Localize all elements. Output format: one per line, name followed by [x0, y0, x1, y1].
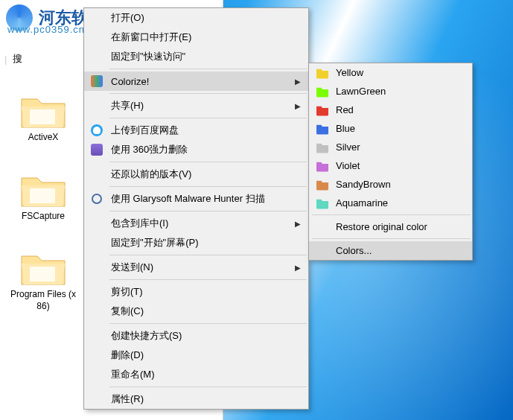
site-url: www.pc0359.cn	[7, 24, 85, 35]
folder-item[interactable]: Program Files (x86)	[7, 245, 79, 316]
folder-label: ActiveX	[28, 132, 59, 144]
folder-item[interactable]: FSCapture	[7, 167, 79, 226]
color-label: SandyBrown	[336, 179, 391, 190]
menu-item[interactable]: 使用 Glarysoft Malware Hunter 扫描	[84, 189, 308, 209]
color-swatch-icon	[316, 123, 328, 135]
color-swatch-icon	[316, 141, 328, 153]
color-swatch-icon	[316, 86, 328, 98]
menu-separator	[312, 238, 471, 239]
menu-item-label: 打开(O)	[111, 11, 144, 25]
menu-item-label: 创建快捷方式(S)	[111, 329, 182, 343]
menu-item-label: Colors...	[336, 245, 372, 256]
menu-item[interactable]: 发送到(N)▶	[84, 258, 308, 277]
colorize-icon	[90, 74, 103, 88]
color-swatch-icon	[316, 104, 328, 116]
menu-item-label: 使用 Glarysoft Malware Hunter 扫描	[111, 192, 265, 206]
menu-item-label: 固定到"开始"屏幕(P)	[111, 236, 199, 249]
menu-item-label: 使用 360强力删除	[111, 143, 188, 156]
menu-item-label: 固定到"快速访问"	[111, 50, 185, 63]
menu-item-label: Colorize!	[111, 76, 149, 87]
color-label: LawnGreen	[336, 86, 386, 97]
menu-item-label: 在新窗口中打开(E)	[111, 31, 191, 44]
menu-separator	[109, 93, 307, 94]
separator: |	[4, 54, 7, 65]
menu-item[interactable]: 固定到"开始"屏幕(P)	[84, 233, 308, 252]
menu-separator	[109, 323, 307, 324]
chevron-right-icon: ▶	[295, 264, 301, 272]
menu-item[interactable]: 创建快捷方式(S)	[84, 326, 308, 346]
svg-rect-2	[30, 188, 55, 203]
color-item[interactable]: Violet	[309, 156, 472, 175]
menu-item-label: 共享(H)	[111, 99, 144, 112]
menu-item[interactable]: 打开(O)	[84, 8, 308, 28]
menu-item[interactable]: 复制(C)	[84, 302, 308, 321]
folder-label: Program Files (x86)	[10, 289, 77, 312]
menu-item[interactable]: 上传到百度网盘	[84, 121, 308, 140]
color-item[interactable]: Blue	[309, 119, 472, 138]
menu-item[interactable]: 剪切(T)	[84, 282, 308, 302]
chevron-right-icon: ▶	[295, 77, 301, 86]
color-item[interactable]: Yellow	[309, 63, 472, 82]
color-label: Aquamarine	[336, 197, 388, 209]
color-label: Yellow	[336, 67, 363, 78]
menu-item-label: 包含到库中(I)	[111, 217, 168, 230]
colors-dialog-item[interactable]: Colors...	[309, 241, 472, 260]
menu-item-label: 发送到(N)	[111, 261, 153, 274]
menu-separator	[109, 386, 307, 387]
folder-icon	[19, 92, 67, 130]
menu-item[interactable]: 使用 360强力删除	[84, 140, 308, 159]
menu-separator	[109, 162, 307, 162]
menu-item-label: 重命名(M)	[111, 368, 155, 381]
menu-item-label: Restore original color	[336, 221, 427, 232]
menu-separator	[109, 255, 307, 255]
color-label: Red	[336, 104, 354, 115]
menu-item[interactable]: 在新窗口中打开(E)	[84, 28, 308, 47]
cloud-icon	[90, 124, 103, 137]
menu-separator	[109, 118, 307, 118]
folder-icon	[19, 249, 67, 287]
color-label: Silver	[336, 141, 360, 153]
menu-item[interactable]: 属性(R)	[84, 389, 308, 409]
svg-rect-4	[30, 267, 55, 281]
restore-color-item[interactable]: Restore original color	[309, 217, 472, 236]
search-hint[interactable]: 搜	[13, 52, 22, 66]
folder-item[interactable]: ActiveX	[7, 88, 79, 147]
color-swatch-icon	[316, 67, 328, 79]
menu-item[interactable]: 还原以前的版本(V)	[84, 165, 308, 184]
color-item[interactable]: Silver	[309, 138, 472, 156]
svg-rect-0	[30, 109, 55, 124]
menu-item-label: 上传到百度网盘	[111, 124, 179, 137]
folder-label: FSCapture	[22, 211, 65, 223]
menu-separator	[312, 214, 471, 215]
menu-separator	[109, 186, 307, 187]
color-swatch-icon	[316, 179, 328, 191]
shield-icon	[90, 192, 103, 206]
color-swatch-icon	[316, 160, 328, 172]
colorize-submenu[interactable]: YellowLawnGreenRedBlueSilverVioletSandyB…	[308, 63, 473, 261]
menu-item[interactable]: 重命名(M)	[84, 365, 308, 384]
color-item[interactable]: SandyBrown	[309, 175, 472, 194]
menu-item-label: 剪切(T)	[111, 285, 143, 299]
color-item[interactable]: LawnGreen	[309, 82, 472, 101]
menu-separator	[109, 279, 307, 280]
menu-item-label: 属性(R)	[111, 392, 144, 406]
menu-item[interactable]: 删除(D)	[84, 346, 308, 365]
360-icon	[90, 143, 103, 156]
menu-item[interactable]: Colorize!▶	[84, 71, 308, 91]
color-item[interactable]: Red	[309, 101, 472, 119]
menu-item[interactable]: 包含到库中(I)▶	[84, 214, 308, 233]
menu-separator	[109, 211, 307, 211]
color-item[interactable]: Aquamarine	[309, 194, 472, 212]
menu-item-label: 还原以前的版本(V)	[111, 168, 191, 181]
menu-separator	[109, 69, 307, 69]
explorer-toolbar: | 搜	[0, 48, 89, 70]
chevron-right-icon: ▶	[295, 220, 301, 228]
menu-item[interactable]: 固定到"快速访问"	[84, 47, 308, 66]
color-swatch-icon	[316, 197, 328, 209]
folder-icon	[19, 171, 67, 209]
menu-item-label: 删除(D)	[111, 349, 144, 362]
menu-item[interactable]: 共享(H)▶	[84, 96, 308, 115]
color-label: Blue	[336, 123, 355, 134]
menu-item-label: 复制(C)	[111, 305, 144, 318]
context-menu[interactable]: 打开(O)在新窗口中打开(E)固定到"快速访问"Colorize!▶共享(H)▶…	[83, 7, 309, 410]
